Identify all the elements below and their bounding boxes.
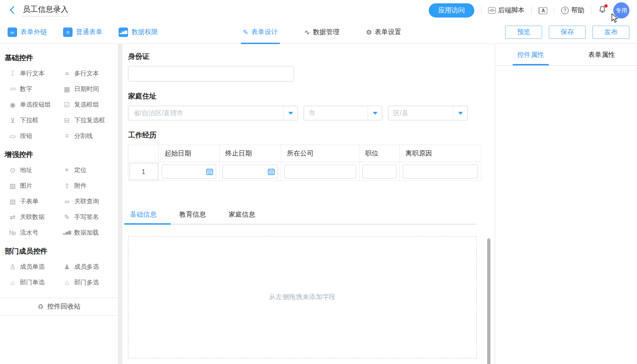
data-permission-link[interactable]: ▂▅▇ 数据权限 [119, 27, 158, 37]
leave-reason-input[interactable] [403, 164, 478, 179]
widget-checkbox-group[interactable]: ☑复选框组 [59, 97, 114, 112]
widget-number[interactable]: 123数字 [5, 81, 59, 97]
field-home-address[interactable]: 家庭住址 省/自治区/直辖市 市 区/县 [128, 92, 495, 120]
field-work-history[interactable]: 工作经历 起始日期 终止日期 所在公司 职位 离职原因 1 [128, 131, 495, 181]
position-input[interactable] [362, 164, 397, 179]
location-icon: ⌖ [63, 166, 71, 174]
district-placeholder: 区/县 [388, 109, 453, 118]
checkbox-group-icon: ☑ [63, 101, 71, 109]
widget-serial-number[interactable]: №流水号 [5, 225, 59, 240]
dropdown-multi-icon: ⊟ [63, 117, 71, 124]
widget-location[interactable]: ⌖定位 [59, 162, 114, 178]
avatar[interactable]: 专用 [613, 2, 629, 18]
tab-family-info[interactable]: 家庭信息 [227, 208, 257, 224]
tab-data-management[interactable]: ∿ 数据管理 [305, 21, 340, 44]
widget-dropdown-multi[interactable]: ⊟下拉复选框 [59, 112, 114, 128]
city-select[interactable]: 市 [304, 106, 382, 120]
widget-department-multi[interactable]: ⌂部门多选 [59, 274, 114, 290]
widget-linked-query[interactable]: ∞关联查询 [59, 193, 114, 209]
widget-data-load[interactable]: ▂▅▇数据加载 [59, 225, 114, 240]
calendar-icon[interactable] [268, 168, 275, 175]
city-placeholder: 市 [304, 109, 368, 118]
single-line-text-icon: ⌶ [9, 69, 17, 77]
id-card-label: 身份证 [128, 52, 495, 61]
widget-signature[interactable]: ✎手写签名 [59, 209, 114, 225]
form-external-link[interactable]: ∞ 表单外链 [8, 27, 47, 37]
form-canvas[interactable]: 身份证 家庭住址 省/自治区/直辖市 市 区/县 工作经 [122, 44, 495, 364]
back-icon[interactable] [8, 5, 18, 16]
section-title-enhanced: 增强控件 [5, 150, 113, 159]
widget-subform[interactable]: ▤子表单 [5, 193, 59, 209]
widget-button[interactable]: ▭按钮 [5, 128, 59, 144]
widget-single-line-text[interactable]: ⌶单行文本 [5, 65, 59, 81]
notification-dot [604, 4, 608, 8]
recycle-label: 控件回收站 [47, 302, 81, 311]
number-icon: 123 [9, 87, 17, 91]
tab-widget-properties[interactable]: 控件属性 [495, 44, 566, 65]
widget-multi-line-text[interactable]: ≡多行文本 [59, 65, 114, 81]
id-card-input[interactable] [128, 66, 294, 82]
code-icon: </> [488, 7, 496, 14]
basic-widgets: ⌶单行文本 ≡多行文本 123数字 ▦日期时间 ◉单选按钮组 ☑复选框组 ⊻下拉… [5, 65, 113, 144]
serial-number-icon: № [9, 229, 17, 237]
page-title[interactable]: 员工信息录入 [23, 5, 68, 17]
col-end-date: 终止日期 [220, 145, 281, 162]
normal-form-link[interactable]: ≡ 普通表单 [63, 27, 102, 37]
glossary-button[interactable]: A [538, 7, 547, 14]
save-button[interactable]: 保存 [549, 26, 586, 39]
help-button[interactable]: ? 帮助 [561, 6, 584, 15]
province-placeholder: 省/自治区/直辖市 [129, 109, 283, 118]
datetime-icon: ▦ [63, 85, 71, 93]
app-access-button[interactable]: 应用访问 [429, 3, 474, 18]
canvas-tab-bar: 基础信息 教育信息 家庭信息 [128, 208, 477, 225]
canvas-scrollbar[interactable] [487, 238, 490, 364]
province-select[interactable]: 省/自治区/直辖市 [128, 106, 298, 120]
dropdown-icon: ⊻ [9, 117, 17, 124]
normal-form-icon: ≡ [63, 27, 73, 37]
tab-form-properties[interactable]: 表单属性 [566, 44, 637, 65]
preview-button[interactable]: 预览 [505, 26, 542, 39]
publish-button[interactable]: 发布 [592, 26, 629, 39]
widget-attachment[interactable]: ⇧附件 [59, 178, 114, 193]
district-select[interactable]: 区/县 [388, 106, 468, 120]
widget-dropdown[interactable]: ⊻下拉框 [5, 112, 59, 128]
widget-department-single[interactable]: ⌂部门单选 [5, 274, 59, 290]
signature-icon: ✎ [63, 213, 71, 221]
tab-form-design[interactable]: ✎ 表单设计 [243, 21, 278, 44]
calendar-icon[interactable] [206, 168, 213, 175]
widget-divider-line[interactable]: =分割线 [59, 128, 114, 144]
tab-basic-info[interactable]: 基础信息 [128, 208, 158, 224]
widget-image[interactable]: ▨图片 [5, 178, 59, 193]
widget-datetime[interactable]: ▦日期时间 [59, 81, 114, 97]
widget-member-multi[interactable]: ♟成员多选 [59, 259, 114, 274]
multi-line-text-icon: ≡ [63, 70, 71, 77]
company-input[interactable] [284, 164, 356, 179]
form-design-icon: ✎ [243, 28, 249, 36]
widget-address[interactable]: ⊙地址 [5, 162, 59, 178]
divider [591, 7, 591, 14]
tab-form-settings[interactable]: ⚙ 表单设置 [366, 21, 401, 44]
widget-recycle-bin[interactable]: ♻ 控件回收站 [0, 298, 118, 316]
linked-query-icon: ∞ [63, 198, 71, 205]
row-index[interactable]: 1 [129, 162, 159, 181]
subform-icon: ▤ [9, 198, 17, 205]
widget-linked-data[interactable]: ⇄关联数据 [5, 209, 59, 225]
col-leave-reason: 离职原因 [400, 145, 481, 162]
notification-bell-icon[interactable] [598, 5, 607, 16]
drag-dropzone[interactable]: 从左侧拖拽来添加字段 [128, 236, 477, 358]
data-permission-icon: ▂▅▇ [119, 27, 128, 37]
widget-radio-group[interactable]: ◉单选按钮组 [5, 97, 59, 112]
chevron-down-icon [453, 106, 467, 120]
field-id-card[interactable]: 身份证 [128, 52, 495, 82]
data-management-label: 数据管理 [313, 28, 339, 36]
data-permission-label: 数据权限 [131, 28, 158, 36]
backend-script-button[interactable]: </> 后端脚本 [488, 6, 525, 15]
divider [481, 7, 481, 14]
section-title-members: 部门成员控件 [5, 247, 113, 256]
data-load-icon: ▂▅▇ [63, 230, 71, 235]
widget-member-single[interactable]: ♙成员单选 [5, 259, 59, 274]
designer-tabs: ✎ 表单设计 ∿ 数据管理 ⚙ 表单设置 [243, 21, 401, 44]
form-toolbar: ∞ 表单外链 ≡ 普通表单 ▂▅▇ 数据权限 ✎ 表单设计 ∿ 数据管理 ⚙ 表… [0, 21, 637, 44]
col-position: 职位 [360, 145, 400, 162]
tab-education-info[interactable]: 教育信息 [177, 208, 208, 224]
